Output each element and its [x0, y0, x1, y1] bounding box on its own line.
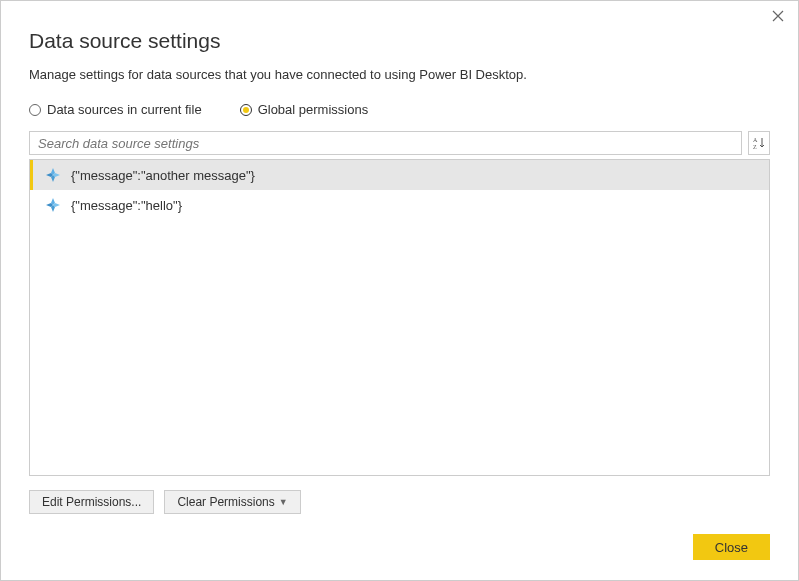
chevron-down-icon: ▼ — [279, 497, 288, 507]
list-item-label: {"message":"another message"} — [71, 168, 255, 183]
data-source-list[interactable]: {"message":"another message"} {"message"… — [29, 159, 770, 476]
radio-icon — [29, 104, 41, 116]
search-input[interactable] — [29, 131, 742, 155]
radio-label: Data sources in current file — [47, 102, 202, 117]
radio-global-permissions[interactable]: Global permissions — [240, 102, 369, 117]
close-icon[interactable] — [770, 9, 786, 25]
dialog-title: Data source settings — [29, 29, 770, 53]
dialog-subtitle: Manage settings for data sources that yo… — [29, 67, 770, 82]
list-item[interactable]: {"message":"another message"} — [30, 160, 769, 190]
sort-button[interactable]: A Z — [748, 131, 770, 155]
radio-current-file[interactable]: Data sources in current file — [29, 102, 202, 117]
search-row: A Z — [29, 131, 770, 155]
list-item-label: {"message":"hello"} — [71, 198, 182, 213]
svg-text:A: A — [753, 137, 758, 143]
button-label: Edit Permissions... — [42, 495, 141, 509]
svg-text:Z: Z — [753, 144, 757, 150]
action-buttons: Edit Permissions... Clear Permissions ▼ — [29, 490, 770, 514]
dialog-footer: Close — [29, 534, 770, 560]
button-label: Clear Permissions — [177, 495, 274, 509]
radio-icon — [240, 104, 252, 116]
list-item[interactable]: {"message":"hello"} — [30, 190, 769, 220]
edit-permissions-button[interactable]: Edit Permissions... — [29, 490, 154, 514]
datasource-icon — [45, 167, 61, 183]
scope-radio-group: Data sources in current file Global perm… — [29, 102, 770, 117]
sort-az-icon: A Z — [752, 136, 766, 150]
data-source-settings-dialog: Data source settings Manage settings for… — [0, 0, 799, 581]
datasource-icon — [45, 197, 61, 213]
radio-label: Global permissions — [258, 102, 369, 117]
close-button[interactable]: Close — [693, 534, 770, 560]
clear-permissions-button[interactable]: Clear Permissions ▼ — [164, 490, 300, 514]
